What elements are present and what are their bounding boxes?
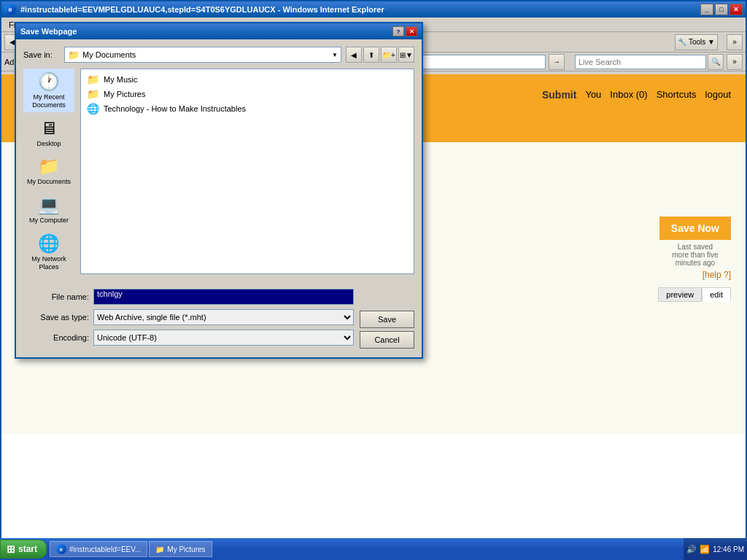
network-places-icon: 🌐 bbox=[38, 233, 60, 254]
speaker-icon: 🔊 bbox=[686, 545, 697, 554]
folder-pictures-icon: 📁 bbox=[87, 88, 99, 100]
file-item-my-pictures[interactable]: 📁 My Pictures bbox=[84, 87, 411, 101]
filename-row: File name: bbox=[23, 289, 354, 305]
dialog-help-button[interactable]: ? bbox=[392, 26, 404, 36]
save-in-label: Save in: bbox=[23, 50, 60, 59]
nav-back-button[interactable]: ◀ bbox=[346, 47, 362, 63]
dialog-close-button[interactable]: ✕ bbox=[406, 26, 417, 36]
filename-input[interactable] bbox=[97, 289, 350, 298]
save-in-row: Save in: 📁 My Documents ▼ ◀ ⬆ 📁+ ⊞▼ bbox=[23, 47, 414, 63]
nav-up-button[interactable]: ⬆ bbox=[363, 47, 379, 63]
filename-label: File name: bbox=[23, 292, 89, 301]
windows-logo: ⊞ bbox=[7, 543, 15, 555]
encoding-label: Encoding: bbox=[23, 333, 89, 342]
desktop-label: Desktop bbox=[36, 140, 61, 148]
taskbar-item-browser[interactable]: e #instructableId=EEV... bbox=[50, 541, 147, 557]
dialog-sidebar: 🕐 My Recent Documents 🖥 Desktop 📁 My Doc… bbox=[23, 69, 74, 274]
dialog-fields: File name: Save as type: Web Archive, si… bbox=[23, 289, 354, 350]
recent-docs-icon: 🕐 bbox=[38, 71, 60, 92]
folder-music-icon: 📁 bbox=[87, 74, 99, 85]
file-my-music-label: My Music bbox=[104, 75, 137, 84]
file-my-pictures-label: My Pictures bbox=[104, 90, 145, 98]
dialog-titlebar: Save Webpage ? ✕ bbox=[16, 23, 422, 39]
network-places-label: My Network Places bbox=[25, 255, 73, 271]
encoding-select[interactable]: Unicode (UTF-8) bbox=[93, 330, 354, 346]
encoding-row: Encoding: Unicode (UTF-8) bbox=[23, 330, 354, 346]
start-button[interactable]: ⊞ start bbox=[0, 540, 47, 559]
save-dialog: Save Webpage ? ✕ Save in: 📁 My Documents… bbox=[15, 22, 423, 359]
nav-new-folder-button[interactable]: 📁+ bbox=[381, 47, 397, 63]
taskbar: ⊞ start e #instructableId=EEV... 📁 My Pi… bbox=[0, 538, 747, 560]
dialog-title: Save Webpage bbox=[20, 27, 392, 36]
dialog-overlay: Save Webpage ? ✕ Save in: 📁 My Documents… bbox=[0, 0, 747, 560]
recent-docs-label: My Recent Documents bbox=[25, 93, 73, 109]
desktop-icon: 🖥 bbox=[40, 118, 58, 139]
dialog-bottom: File name: Save as type: Web Archive, si… bbox=[23, 281, 414, 350]
sidebar-desktop[interactable]: 🖥 Desktop bbox=[23, 115, 74, 151]
dialog-action-buttons: Save Cancel bbox=[360, 311, 414, 349]
my-computer-icon: 💻 bbox=[38, 195, 60, 215]
my-documents-label: My Documents bbox=[27, 178, 71, 186]
taskbar-browser-label: #instructableId=EEV... bbox=[69, 545, 141, 553]
file-list: 📁 My Music 📁 My Pictures 🌐 Technology - … bbox=[80, 69, 414, 274]
save-in-folder-name: My Documents bbox=[82, 50, 136, 59]
sidebar-my-documents[interactable]: 📁 My Documents bbox=[23, 153, 74, 189]
dropdown-arrow-icon: ▼ bbox=[332, 52, 338, 58]
savetype-label: Save as type: bbox=[23, 313, 89, 322]
dialog-body: Save in: 📁 My Documents ▼ ◀ ⬆ 📁+ ⊞▼ bbox=[16, 39, 422, 357]
network-icon: 📶 bbox=[700, 545, 710, 554]
savetype-row: Save as type: Web Archive, single file (… bbox=[23, 309, 354, 325]
clock: 12:46 PM bbox=[713, 545, 744, 553]
savetype-select[interactable]: Web Archive, single file (*.mht) bbox=[93, 309, 354, 325]
my-computer-label: My Computer bbox=[29, 217, 69, 225]
taskbar-tray: 🔊 📶 12:46 PM bbox=[684, 538, 747, 560]
dialog-controls: ? ✕ bbox=[392, 26, 417, 36]
taskbar-folder-icon: 📁 bbox=[155, 545, 164, 553]
sidebar-my-computer[interactable]: 💻 My Computer bbox=[23, 192, 74, 228]
folder-icon: 📁 bbox=[68, 50, 80, 61]
ie-file-icon: 🌐 bbox=[87, 103, 99, 114]
my-documents-icon: 📁 bbox=[38, 156, 60, 176]
file-item-my-music[interactable]: 📁 My Music bbox=[84, 72, 411, 87]
taskbar-pictures-label: My Pictures bbox=[167, 545, 205, 553]
filename-input-display bbox=[93, 289, 354, 305]
taskbar-ie-icon: e bbox=[56, 544, 66, 554]
save-in-dropdown[interactable]: 📁 My Documents ▼ bbox=[64, 47, 341, 63]
nav-view-button[interactable]: ⊞▼ bbox=[398, 47, 414, 63]
dialog-main-area: 🕐 My Recent Documents 🖥 Desktop 📁 My Doc… bbox=[23, 69, 414, 274]
start-label: start bbox=[18, 544, 37, 554]
sidebar-recent-docs[interactable]: 🕐 My Recent Documents bbox=[23, 69, 74, 112]
file-item-technology[interactable]: 🌐 Technology - How to Make Instructables bbox=[84, 101, 411, 116]
taskbar-items: e #instructableId=EEV... 📁 My Pictures bbox=[47, 541, 684, 557]
nav-buttons: ◀ ⬆ 📁+ ⊞▼ bbox=[346, 47, 414, 63]
save-button[interactable]: Save bbox=[360, 311, 414, 328]
sidebar-network[interactable]: 🌐 My Network Places bbox=[23, 230, 74, 274]
file-technology-label: Technology - How to Make Instructables bbox=[104, 104, 246, 113]
taskbar-item-pictures[interactable]: 📁 My Pictures bbox=[149, 541, 212, 557]
cancel-button[interactable]: Cancel bbox=[360, 331, 414, 349]
